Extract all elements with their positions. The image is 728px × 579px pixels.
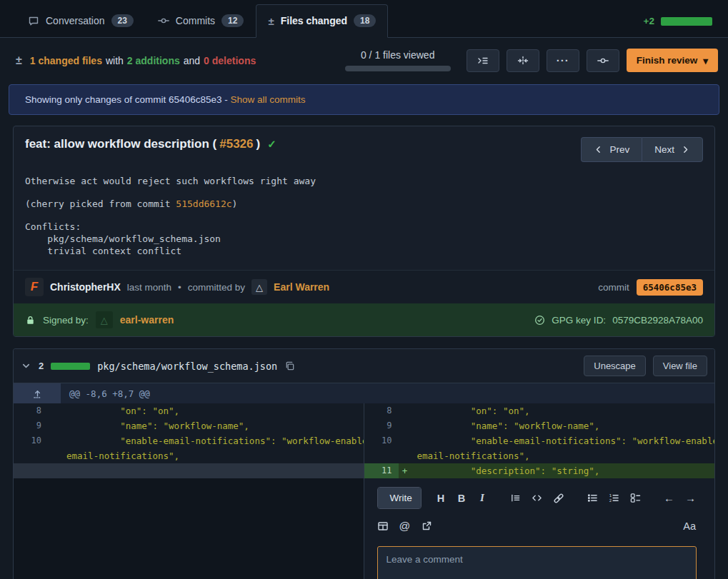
line-number[interactable]: 8 [364,403,399,418]
commit-filter-banner: Showing only changes of commit 65406c85e… [9,84,719,115]
signed-commit-bar: Signed by: △ earl-warren GPG key ID: 057… [14,303,714,336]
mention-icon[interactable]: @ [399,520,411,533]
caret-down-icon: ▾ [703,55,708,66]
commit-status-check-icon[interactable]: ✓ [267,138,276,151]
view-file-button[interactable]: View file [653,356,707,376]
review-toolbar: ± 1 changed files with 2 additions and 0… [0,38,728,83]
diff-stat-bar [661,17,712,26]
code-text: "name": "workflow-name", [66,418,364,433]
code-text: "description": "string", [417,463,715,478]
files-viewed-label: 0 / 1 files viewed [361,49,435,61]
quote-icon[interactable] [510,493,521,503]
changed-files-link[interactable]: 1 changed files [30,55,102,66]
additions-text: 2 additions [127,55,180,66]
issue-link[interactable]: #5326 [219,137,253,151]
table-icon[interactable] [377,520,389,532]
diff-icon: ± [268,15,274,27]
code-cell: "on": "on", [61,403,364,418]
badge-check-icon [534,315,545,326]
code-text: "on": "on", [417,403,715,418]
code-cell: "name": "workflow-name", [412,418,715,433]
line-number[interactable]: 10 [364,433,399,463]
line-number[interactable]: 9 [14,418,48,433]
line-number[interactable]: 11 [364,463,399,478]
inline-comment-left-spacer [14,478,364,579]
diff-line-placeholder [14,463,364,478]
file-tree-toggle-button[interactable] [467,49,499,72]
inline-comment-editor: Write Preview H B I [364,478,715,579]
file-path[interactable]: pkg/schema/workflow_schema.json [97,361,277,372]
tab-conversation[interactable]: Conversation 23 [16,4,146,38]
diff-line-old: 10 "enable-email-notifications": "workfl… [14,433,364,463]
write-tab[interactable]: Write [378,488,422,508]
chevron-down-icon[interactable] [21,361,31,371]
numbered-list-icon[interactable]: 12 [609,493,619,503]
cherry-pick-text: (cherry picked from commit [25,198,176,209]
arrow-right-icon[interactable]: → [685,492,696,504]
commit-navigation: Prev Next [581,137,703,162]
diff-options-button[interactable]: ··· [547,49,579,72]
commit-header: feat: allow workflow description (#5326)… [14,126,714,169]
commit-select-button[interactable] [587,49,619,72]
author-avatar[interactable]: F [25,278,44,296]
gpg-key-label: GPG key ID: [552,315,606,326]
bullet-list-icon[interactable] [587,493,598,503]
link-icon[interactable] [553,493,564,504]
svg-text:1: 1 [609,493,612,498]
line-number[interactable]: 10 [14,433,48,463]
commit-box: feat: allow workflow description (#5326)… [13,126,715,337]
comment-input[interactable] [377,546,697,579]
tab-commits[interactable]: Commits 12 [146,4,256,38]
task-list-icon[interactable] [630,493,641,503]
tab-label: Files changed [281,15,347,26]
tab-count-badge: 18 [354,14,376,27]
arrow-left-icon[interactable]: ← [664,492,674,504]
editor-toolbar: Write Preview H B I [377,487,697,509]
chevron-left-icon [594,145,603,154]
tab-files-changed[interactable]: ± Files changed 18 [256,4,388,38]
code-text-wrapped: email-notifications", [417,448,715,463]
commit-author-row: F ChristopherHX last month • committed b… [14,270,714,303]
commit-message-body: Otherwise act would reject such workflow… [14,169,714,270]
diff-view-toggle-button[interactable] [507,49,539,72]
line-number[interactable]: 8 [14,403,48,418]
reference-icon[interactable] [421,520,432,532]
finish-review-button[interactable]: Finish review ▾ [627,49,718,72]
prev-label: Prev [609,144,629,155]
commit-icon [158,15,169,26]
bold-icon[interactable]: B [457,493,467,504]
show-all-commits-link[interactable]: Show all commits [230,94,305,105]
expand-hunk-button[interactable] [14,383,61,403]
committer-name[interactable]: Earl Warren [274,281,329,293]
commit-hash-badge[interactable]: 65406c85e3 [637,279,703,296]
line-number[interactable]: 9 [364,418,399,433]
unescape-button[interactable]: Unescape [584,356,646,376]
author-name[interactable]: ChristopherHX [50,281,121,293]
write-preview-tabs: Write Preview [377,487,422,509]
conversation-icon [28,15,39,26]
code-icon[interactable] [532,493,542,503]
commit-hash-area: commit 65406c85e3 [598,279,703,296]
cherry-pick-commit-link[interactable]: 515dd6612c [176,198,231,209]
prev-commit-button[interactable]: Prev [581,137,642,162]
next-commit-button[interactable]: Next [642,137,703,162]
signer-name[interactable]: earl-warren [120,314,174,326]
commit-body-line: Otherwise act would reject such workflow… [25,175,703,187]
file-actions: Unescape View file [584,356,707,376]
text-style-icon[interactable]: Aa [683,520,696,532]
copy-path-icon[interactable] [284,361,295,371]
authored-date: last month [127,282,171,293]
diff-line-new: 10 "enable-email-notifications": "workfl… [364,433,715,463]
gpg-key-area: GPG key ID: 0579CB2928A78A00 [534,315,703,326]
line-sign [48,418,61,433]
commit-title-text: ) [256,137,261,151]
committer-avatar[interactable]: △ [251,279,267,295]
signer-avatar[interactable]: △ [96,311,113,328]
markdown-toolbar: H B I [436,492,696,504]
code-text: "enable-email-notifications": "workflow-… [66,433,364,448]
code-text-wrapped: email-notifications", [66,448,364,463]
italic-icon[interactable]: I [477,492,487,504]
line-sign [48,403,61,418]
code-cell: "on": "on", [412,403,715,418]
heading-icon[interactable]: H [436,493,446,504]
